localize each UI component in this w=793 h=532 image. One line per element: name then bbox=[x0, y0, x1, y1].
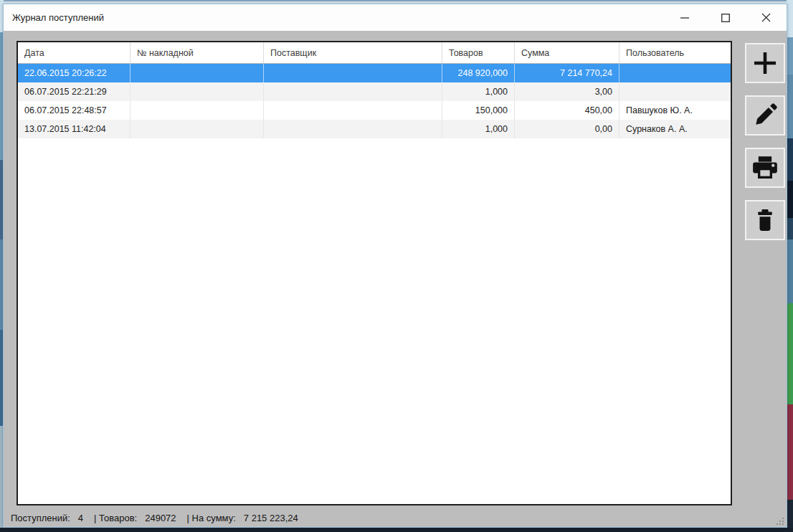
cell-goods: 150,000 bbox=[442, 101, 515, 120]
add-button[interactable] bbox=[745, 43, 785, 83]
column-header-goods[interactable]: Товаров bbox=[442, 42, 515, 63]
column-header-invoice[interactable]: № накладной bbox=[130, 42, 264, 63]
cell-supplier bbox=[264, 101, 442, 120]
titlebar[interactable]: Журнал поступлений bbox=[4, 4, 787, 31]
cell-date: 13.07.2015 11:42:04 bbox=[18, 120, 130, 138]
cell-sum: 3,00 bbox=[515, 82, 619, 101]
delete-button[interactable] bbox=[745, 200, 785, 240]
cell-sum: 450,00 bbox=[515, 101, 619, 120]
cell-sum: 0,00 bbox=[515, 120, 619, 138]
receipts-journal-window: Журнал поступлений Дата № накладно bbox=[3, 4, 787, 528]
cell-invoice bbox=[130, 120, 264, 138]
cell-user bbox=[619, 64, 731, 82]
desktop-edge-bottom bbox=[0, 528, 793, 532]
window-controls bbox=[664, 4, 787, 31]
receipts-count-label: Поступлений: bbox=[11, 513, 70, 523]
printer-icon bbox=[751, 153, 779, 182]
print-button[interactable] bbox=[745, 148, 785, 188]
close-icon bbox=[761, 13, 771, 22]
cell-date: 06.07.2015 22:21:29 bbox=[18, 82, 130, 101]
statusbar: Поступлений: 4 | Товаров: 249072 | На су… bbox=[4, 508, 787, 527]
table-row[interactable]: 22.06.2015 20:26:22 248 920,000 7 214 77… bbox=[18, 64, 731, 82]
column-header-sum[interactable]: Сумма bbox=[515, 42, 619, 63]
cell-supplier bbox=[264, 64, 442, 82]
pencil-icon bbox=[751, 102, 779, 129]
table-row[interactable]: 06.07.2015 22:48:57 150,000 450,00 Павшу… bbox=[18, 101, 731, 120]
sum-total-value: 7 215 223,24 bbox=[244, 513, 298, 523]
table-row[interactable]: 06.07.2015 22:21:29 1,000 3,00 bbox=[18, 82, 731, 101]
desktop-edge-right bbox=[787, 0, 793, 532]
plus-icon bbox=[751, 49, 779, 77]
cell-supplier bbox=[264, 82, 442, 101]
edit-button[interactable] bbox=[745, 95, 785, 136]
maximize-button[interactable] bbox=[705, 4, 746, 31]
cell-user: Павшуков Ю. А. bbox=[619, 101, 731, 120]
trash-icon bbox=[752, 207, 778, 233]
column-header-supplier[interactable]: Поставщик bbox=[264, 42, 442, 63]
minimize-icon bbox=[680, 14, 689, 22]
column-header-date[interactable]: Дата bbox=[18, 42, 130, 63]
window-title: Журнал поступлений bbox=[4, 12, 104, 23]
table-header-row: Дата № накладной Поставщик Товаров Сумма… bbox=[18, 42, 731, 64]
table-row[interactable]: 13.07.2015 11:42:04 1,000 0,00 Сурнаков … bbox=[18, 120, 731, 138]
goods-total-value: 249072 bbox=[145, 513, 176, 523]
column-header-user[interactable]: Пользователь bbox=[619, 42, 731, 63]
cell-date: 22.06.2015 20:26:22 bbox=[18, 64, 130, 82]
cell-invoice bbox=[130, 82, 264, 101]
cell-goods: 1,000 bbox=[442, 82, 515, 101]
cell-date: 06.07.2015 22:48:57 bbox=[18, 101, 130, 120]
cell-goods: 1,000 bbox=[442, 120, 515, 138]
cell-user: Сурнаков А. А. bbox=[619, 120, 731, 138]
cell-supplier bbox=[264, 120, 442, 138]
cell-invoice bbox=[130, 64, 264, 82]
receipts-count-value: 4 bbox=[78, 513, 83, 523]
resize-grip[interactable] bbox=[775, 516, 784, 525]
receipts-table: Дата № накладной Поставщик Товаров Сумма… bbox=[16, 41, 732, 505]
action-toolbar bbox=[745, 43, 785, 240]
close-button[interactable] bbox=[746, 4, 787, 31]
cell-invoice bbox=[130, 101, 264, 120]
goods-total-label: | Товаров: bbox=[94, 513, 137, 523]
maximize-icon bbox=[721, 14, 730, 22]
minimize-button[interactable] bbox=[664, 4, 705, 31]
sum-total-label: | На сумму: bbox=[187, 513, 236, 523]
cell-sum: 7 214 770,24 bbox=[515, 64, 619, 82]
cell-goods: 248 920,000 bbox=[442, 64, 515, 82]
cell-user bbox=[619, 82, 731, 101]
